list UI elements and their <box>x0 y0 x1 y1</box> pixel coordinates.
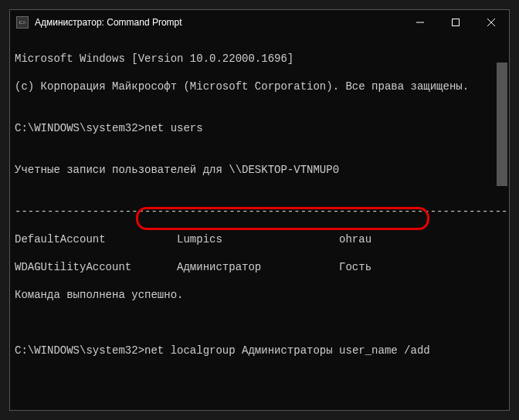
users-header: Учетные записи пользователей для \\DESKT… <box>15 163 504 177</box>
prompt-line-2: C:\WINDOWS\system32>net localgroup Админ… <box>15 344 504 357</box>
prompt-path: C:\WINDOWS\system32> <box>15 344 144 357</box>
version-line: Microsoft Windows [Version 10.0.22000.16… <box>15 52 504 66</box>
titlebar: C:\ Администратор: Command Prompt <box>10 10 509 35</box>
close-button[interactable] <box>473 10 509 35</box>
close-icon <box>487 19 495 26</box>
prompt-command: net users <box>144 122 203 134</box>
copyright-line: (c) Корпорация Майкрософт (Microsoft Cor… <box>15 80 504 93</box>
maximize-icon <box>452 19 460 26</box>
maximize-button[interactable] <box>438 10 473 35</box>
prompt-command: net localgroup Администраторы user_name … <box>144 344 430 357</box>
minimize-button[interactable] <box>402 10 438 35</box>
success-line: Команда выполнена успешно. <box>15 288 504 302</box>
divider-line: ----------------------------------------… <box>15 205 504 218</box>
users-row: DefaultAccount Lumpics ohrau <box>15 232 504 246</box>
window-controls <box>402 10 509 35</box>
window-title: Администратор: Command Prompt <box>35 17 402 28</box>
svg-rect-1 <box>453 19 460 26</box>
minimize-icon <box>416 19 424 26</box>
prompt-path: C:\WINDOWS\system32> <box>15 122 144 134</box>
prompt-line-1: C:\WINDOWS\system32>net users <box>15 121 504 135</box>
terminal-output[interactable]: Microsoft Windows [Version 10.0.22000.16… <box>10 35 509 410</box>
users-row: WDAGUtilityAccount Администратор Гость <box>15 260 504 274</box>
scrollbar-thumb[interactable] <box>497 63 507 186</box>
cmd-icon: C:\ <box>16 16 29 29</box>
command-prompt-window: C:\ Администратор: Command Prompt Micros… <box>9 9 510 411</box>
